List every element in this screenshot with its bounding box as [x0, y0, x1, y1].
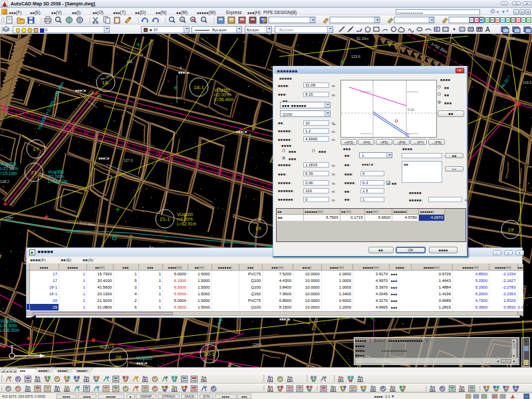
svg-text:L=6.50m: L=6.50m — [0, 323, 17, 328]
svg-text:w: w — [191, 17, 195, 21]
svg-text:■■■1■: ■■■1■ — [98, 156, 109, 160]
svg-text:21: 21 — [31, 170, 37, 176]
svg-text:L=62.91m: L=62.91m — [177, 221, 196, 226]
svg-text:127.0: 127.0 — [124, 158, 133, 162]
svg-text:i=21.80%: i=21.80% — [0, 166, 19, 171]
svg-text:L=12.47m: L=12.47m — [48, 179, 67, 184]
svg-text:20-1: 20-1 — [204, 351, 215, 357]
svg-text:L=28.50m: L=28.50m — [0, 328, 19, 332]
svg-text:■■■1■: ■■■1■ — [279, 317, 290, 321]
svg-text:No.21~3: No.21~3 — [100, 345, 114, 349]
svg-text:■■■1■: ■■■1■ — [136, 361, 147, 365]
svg-text:i=2.00%: i=2.00% — [214, 92, 230, 97]
svg-text:119.3: 119.3 — [523, 80, 531, 84]
svg-text:128 2: 128 2 — [0, 180, 9, 184]
svg-text:+: + — [181, 17, 184, 21]
svg-text:52.20m: 52.20m — [356, 37, 369, 41]
svg-text:134.6: 134.6 — [253, 342, 262, 346]
svg-text:17: 17 — [33, 146, 39, 152]
svg-text:148.8: 148.8 — [505, 37, 515, 41]
svg-text:VUφ300: VUφ300 — [136, 356, 152, 361]
svg-text:1287: 1287 — [5, 216, 13, 220]
svg-text:i=2.00%: i=2.00% — [48, 174, 64, 179]
svg-text:21-1: 21-1 — [160, 216, 171, 222]
svg-text:A: A — [485, 26, 490, 33]
svg-text:=15.19m: =15.19m — [0, 171, 17, 176]
svg-text:123.6: 123.6 — [351, 55, 360, 59]
svg-text:18-1: 18-1 — [194, 84, 205, 90]
svg-text:i=4.00%: i=4.00% — [177, 217, 193, 221]
svg-text:■■■1■: ■■■1■ — [178, 70, 189, 74]
svg-text:28: 28 — [116, 354, 122, 360]
svg-text:■■■1■: ■■■1■ — [236, 130, 247, 134]
svg-text:-: - — [202, 17, 203, 21]
svg-text:5.00: 5.00 — [408, 108, 414, 112]
svg-text:19: 19 — [508, 227, 514, 233]
svg-text:■■■1■: ■■■1■ — [75, 88, 86, 92]
svg-text:19: 19 — [255, 225, 261, 231]
svg-text:L=56.40m: L=56.40m — [214, 97, 233, 102]
svg-text:128: 128 — [126, 60, 132, 64]
